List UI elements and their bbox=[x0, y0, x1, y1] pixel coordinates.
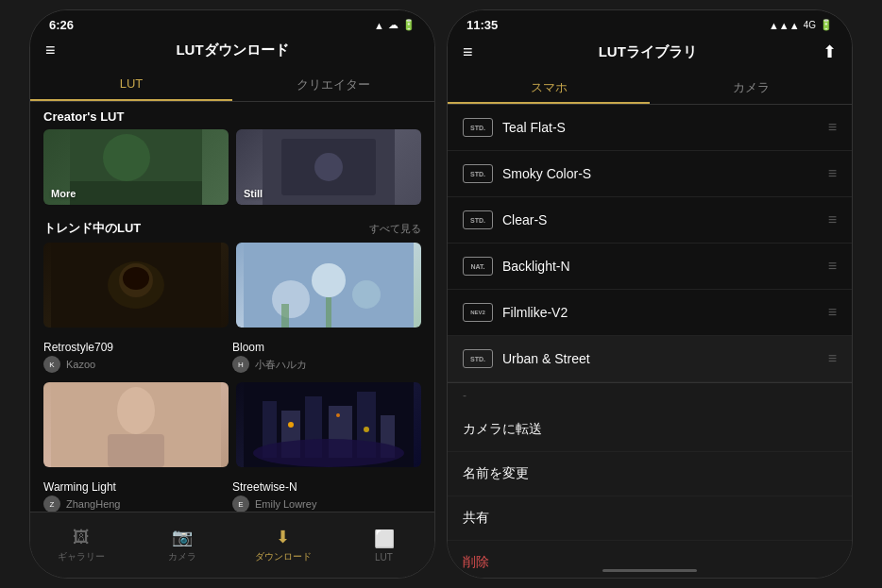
tab-camera[interactable]: カメラ bbox=[650, 72, 852, 104]
lut-name-filmlike: Filmlike-V2 bbox=[502, 305, 828, 320]
right-header-title: LUTライブラリ bbox=[473, 43, 823, 61]
left-phone: 6:26 ▲☁🔋 ≡ LUTダウンロード LUT クリエイター Creator'… bbox=[29, 9, 435, 579]
svg-point-11 bbox=[272, 280, 310, 318]
badge-std-2: STD. bbox=[463, 164, 493, 183]
lut-teal-flat[interactable]: STD. Teal Flat-S ≡ bbox=[448, 105, 852, 151]
see-all-label[interactable]: すべて見る bbox=[369, 222, 421, 236]
svg-point-27 bbox=[288, 422, 294, 428]
trend-grid bbox=[30, 243, 434, 333]
gallery-icon: 🖼 bbox=[73, 528, 90, 547]
nav-camera[interactable]: 📷 カメラ bbox=[131, 527, 232, 563]
context-rename[interactable]: 名前を変更 bbox=[448, 452, 852, 496]
download-icon: ⬇ bbox=[276, 527, 290, 547]
trending-label: トレンド中のLUT bbox=[43, 220, 141, 237]
context-delete[interactable]: 削除 bbox=[448, 541, 852, 579]
trend-flowers[interactable] bbox=[236, 243, 421, 328]
nav-camera-label: カメラ bbox=[168, 550, 196, 563]
status-bar-right: 11:35 ▲▲▲4G🔋 bbox=[448, 10, 852, 36]
status-bar-left: 6:26 ▲☁🔋 bbox=[30, 10, 434, 36]
status-time-right: 11:35 bbox=[466, 18, 498, 32]
svg-point-17 bbox=[117, 387, 155, 434]
lut-name-smoky: Smoky Color-S bbox=[502, 166, 828, 181]
lut-filmlike-v2[interactable]: NEV2 Filmlike-V2 ≡ bbox=[448, 290, 852, 336]
upload-icon-right[interactable]: ⬆ bbox=[823, 42, 837, 62]
hamburger-5[interactable]: ≡ bbox=[828, 304, 837, 321]
tab-creator[interactable]: クリエイター bbox=[232, 69, 434, 101]
right-header: ≡ LUTライブラリ ⬆ bbox=[448, 36, 852, 72]
lut-name-teal-flat: Teal Flat-S bbox=[502, 120, 828, 135]
hamburger-3[interactable]: ≡ bbox=[828, 211, 837, 228]
status-time-left: 6:26 bbox=[49, 18, 74, 32]
lut-bloom: Bloom H 小春ハルカ bbox=[232, 337, 421, 377]
lut-name-clear: Clear-S bbox=[502, 212, 828, 227]
creator-still-label: Still bbox=[244, 188, 263, 199]
svg-point-1 bbox=[103, 134, 150, 181]
status-icons-left: ▲☁🔋 bbox=[374, 19, 416, 31]
badge-nev2: NEV2 bbox=[463, 303, 493, 322]
left-header-title: LUTダウンロード bbox=[176, 42, 288, 59]
camera-icon: 📷 bbox=[172, 527, 193, 547]
right-phone: 11:35 ▲▲▲4G🔋 ≡ LUTライブラリ ⬆ スマホ カメラ STD. T… bbox=[447, 9, 853, 579]
author-haruka-avatar: H bbox=[232, 356, 249, 373]
home-indicator-right bbox=[602, 569, 697, 572]
nav-gallery[interactable]: 🖼 ギャラリー bbox=[30, 528, 131, 563]
creator-thumb-still[interactable]: Still bbox=[236, 129, 421, 205]
left-header: ≡ LUTダウンロード bbox=[30, 36, 434, 69]
lut-warming-author: Z ZhangHeng bbox=[43, 496, 219, 512]
lut-streetwise: Streetwise-N E Emily Lowrey bbox=[232, 477, 421, 516]
lut-library-list: STD. Teal Flat-S ≡ STD. Smoky Color-S ≡ … bbox=[448, 105, 852, 382]
lut-streetwise-author: E Emily Lowrey bbox=[232, 496, 408, 512]
svg-rect-14 bbox=[281, 304, 289, 328]
lut-urban-street[interactable]: STD. Urban & Street ≡ bbox=[448, 336, 852, 382]
nav-lut-label: LUT bbox=[375, 552, 393, 563]
trend-coffee[interactable] bbox=[43, 243, 229, 328]
right-tabs: スマホ カメラ bbox=[448, 72, 852, 105]
status-icons-right: ▲▲▲4G🔋 bbox=[769, 19, 833, 31]
svg-point-26 bbox=[253, 439, 404, 467]
tab-lut[interactable]: LUT bbox=[30, 69, 232, 101]
creators-grid: More Still bbox=[30, 129, 434, 214]
trend-city[interactable] bbox=[236, 382, 421, 467]
lut-backlight-n[interactable]: NAT. Backlight-N ≡ bbox=[448, 244, 852, 290]
trend-girl[interactable] bbox=[43, 382, 229, 467]
lut-name-backlight: Backlight-N bbox=[502, 259, 828, 274]
hamburger-2[interactable]: ≡ bbox=[828, 165, 837, 182]
left-content: Creator's LUT More bbox=[30, 102, 434, 570]
nav-download[interactable]: ⬇ ダウンロード bbox=[232, 527, 333, 563]
svg-rect-18 bbox=[108, 434, 164, 467]
hamburger-1[interactable]: ≡ bbox=[828, 119, 837, 136]
lut-name-urban: Urban & Street bbox=[502, 351, 828, 366]
badge-std-3: STD. bbox=[463, 210, 493, 229]
svg-rect-2 bbox=[70, 181, 202, 205]
badge-nat-1: NAT. bbox=[463, 257, 493, 276]
tab-smartphone[interactable]: スマホ bbox=[448, 72, 650, 104]
nav-lut[interactable]: ⬜ LUT bbox=[333, 529, 434, 563]
nav-download-label: ダウンロード bbox=[255, 550, 312, 563]
lut-icon: ⬜ bbox=[374, 529, 395, 549]
badge-std-4: STD. bbox=[463, 349, 493, 368]
menu-icon-left[interactable]: ≡ bbox=[45, 41, 56, 60]
context-transfer[interactable]: カメラに転送 bbox=[448, 408, 852, 452]
left-tabs: LUT クリエイター bbox=[30, 69, 434, 102]
author-zhang-avatar: Z bbox=[43, 496, 60, 512]
author-kazoo-avatar: K bbox=[43, 356, 60, 373]
svg-point-28 bbox=[336, 413, 340, 417]
lut-clear-s[interactable]: STD. Clear-S ≡ bbox=[448, 197, 852, 244]
hamburger-4[interactable]: ≡ bbox=[828, 258, 837, 275]
svg-point-9 bbox=[123, 267, 149, 290]
author-emily-avatar: E bbox=[232, 496, 249, 512]
creator-more-label: More bbox=[51, 188, 76, 199]
svg-point-12 bbox=[312, 263, 346, 297]
lut-smoky-color[interactable]: STD. Smoky Color-S ≡ bbox=[448, 151, 852, 197]
context-dash: - bbox=[448, 383, 852, 408]
svg-point-13 bbox=[352, 280, 381, 309]
svg-rect-15 bbox=[326, 297, 331, 328]
context-share[interactable]: 共有 bbox=[448, 496, 852, 541]
lut-retrostyle: Retrostyle709 K Kazoo bbox=[43, 337, 232, 377]
hamburger-6[interactable]: ≡ bbox=[828, 350, 837, 367]
creator-thumb-more[interactable]: More bbox=[43, 129, 229, 205]
nav-gallery-label: ギャラリー bbox=[58, 550, 105, 563]
svg-point-5 bbox=[314, 153, 343, 181]
menu-icon-right[interactable]: ≡ bbox=[463, 42, 473, 62]
lut-warming: Warming Light Z ZhangHeng bbox=[43, 477, 232, 516]
